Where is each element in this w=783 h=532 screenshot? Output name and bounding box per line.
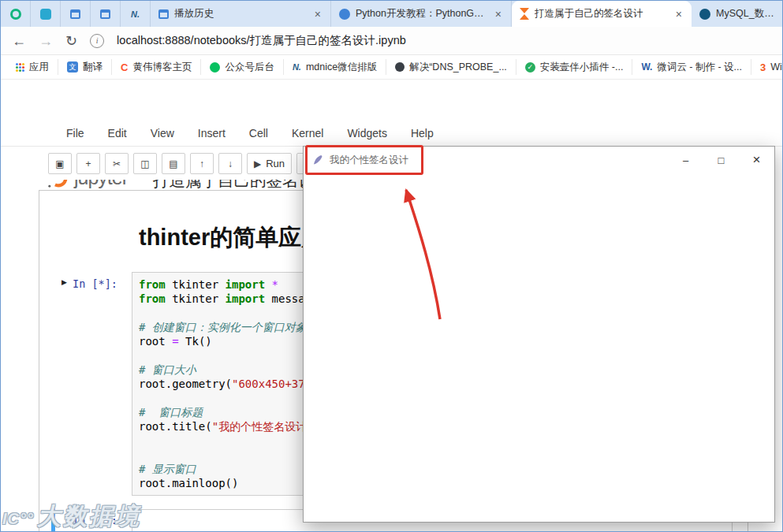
dns-icon xyxy=(395,62,405,72)
bookmark-win[interactable]: 3Win xyxy=(751,59,783,75)
tab-title: 打造属于自己的签名设计 xyxy=(535,7,669,20)
bookmark-label: 微词云 - 制作 - 设... xyxy=(657,61,742,74)
wechat-icon xyxy=(210,62,220,73)
bookmark-label: 翻译 xyxy=(83,61,103,74)
run-icon: ▶ xyxy=(254,159,261,169)
calendar-icon xyxy=(70,9,80,19)
browser-tabs: 播放历史×Python开发教程：PythonGUI编×打造属于自己的签名设计×M… xyxy=(151,1,782,27)
copy-icon: ◫ xyxy=(140,159,149,169)
mini-tab[interactable] xyxy=(1,1,31,27)
mysql-icon xyxy=(699,9,710,20)
refresh-button[interactable]: ↻ xyxy=(65,34,77,48)
tab-python-tutorial[interactable]: Python开发教程：PythonGUI编× xyxy=(331,1,512,27)
arrow-up-icon: ↑ xyxy=(199,159,204,169)
browser-window: N. 播放历史×Python开发教程：PythonGUI编×打造属于自己的签名设… xyxy=(0,0,783,532)
save-button[interactable]: ▣ xyxy=(48,153,72,174)
bookmark-label: Win xyxy=(770,61,783,73)
tkinter-window: 我的个性签名设计 – □ × xyxy=(303,146,775,523)
plus-icon: + xyxy=(85,159,91,169)
watermark-logo: IC°° xyxy=(2,510,34,528)
move-down-button[interactable]: ↓ xyxy=(218,153,242,174)
python-doc-icon xyxy=(339,9,350,20)
bookmark-dns-fix[interactable]: 解决“DNS_PROBE_... xyxy=(386,59,516,75)
tab-close-icon[interactable]: × xyxy=(494,9,503,20)
menu-kernel[interactable]: Kernel xyxy=(280,127,335,140)
csdn-c-icon: C xyxy=(121,61,128,73)
cut-icon: ✂ xyxy=(113,159,121,169)
menu-help[interactable]: Help xyxy=(399,127,446,140)
tab-strip: N. 播放历史×Python开发教程：PythonGUI编×打造属于自己的签名设… xyxy=(1,1,782,27)
tkinter-window-controls: – □ × xyxy=(668,147,774,173)
save-icon: ▣ xyxy=(55,159,64,169)
move-up-button[interactable]: ↑ xyxy=(190,153,214,174)
menu-insert[interactable]: Insert xyxy=(186,127,237,140)
markdown-heading[interactable]: thinter的简单应用 xyxy=(139,222,324,254)
green-swirl-icon xyxy=(10,9,21,20)
bookmark-label: mdnice微信排版 xyxy=(306,61,377,74)
run-button-label: Run xyxy=(266,158,285,169)
weiciyun-w-icon: W. xyxy=(641,61,652,73)
tkinter-window-body xyxy=(304,173,774,522)
forward-button[interactable]: → xyxy=(39,34,53,48)
jupyter-menubar: FileEditViewInsertCellKernelWidgetsHelp xyxy=(1,121,782,147)
bookmarks-bar: 应用文翻译C黄伟博客主页公众号后台N.mdnice微信排版解决“DNS_PROB… xyxy=(1,55,782,80)
run-button[interactable]: ▶Run xyxy=(247,153,292,174)
close-button[interactable]: × xyxy=(739,147,774,173)
menu-file[interactable]: File xyxy=(54,127,96,140)
bookmark-translate[interactable]: 文翻译 xyxy=(58,59,112,75)
translate-icon: 文 xyxy=(67,61,78,73)
arrow-down-icon: ↓ xyxy=(228,159,233,169)
paste-icon: ▤ xyxy=(169,159,177,169)
bookmark-wechat-admin[interactable]: 公众号后台 xyxy=(201,59,284,75)
bookmark-label: 安装壹伴小插件 -... xyxy=(540,61,624,74)
menu-cell[interactable]: Cell xyxy=(237,127,280,140)
bookmark-weiciyun[interactable]: W.微词云 - 制作 - 设... xyxy=(632,59,751,75)
cell-collapse-icon[interactable]: ▶ xyxy=(62,278,67,286)
mini-tab[interactable] xyxy=(91,1,121,27)
annotation-highlight-rect xyxy=(305,145,423,175)
mini-tab[interactable] xyxy=(61,1,91,27)
menu-edit[interactable]: Edit xyxy=(96,127,139,140)
check-icon: ✓ xyxy=(525,62,535,73)
tab-mysql[interactable]: MySQL_数据库 xyxy=(692,1,782,27)
maximize-button[interactable]: □ xyxy=(703,147,739,173)
bookmark-yiban-plugin[interactable]: ✓安装壹伴小插件 -... xyxy=(516,59,633,75)
tab-title: MySQL_数据库 xyxy=(716,7,774,20)
tab-title: 播放历史 xyxy=(174,7,308,20)
pinned-tabs: N. xyxy=(1,1,151,27)
tab-signature-design[interactable]: 打造属于自己的签名设计× xyxy=(512,1,692,27)
tab-close-icon[interactable]: × xyxy=(674,9,684,20)
hourglass-icon xyxy=(520,8,529,20)
apps-grid-icon xyxy=(16,63,24,72)
menu-view[interactable]: View xyxy=(139,127,186,140)
bookmark-label: 公众号后台 xyxy=(225,61,274,74)
paste-button[interactable]: ▤ xyxy=(162,153,185,174)
mdnice-n-icon: N. xyxy=(131,9,140,19)
teal-app-icon xyxy=(40,9,51,20)
mdnice-n-icon: N. xyxy=(293,62,301,72)
tab-title: Python开发教程：PythonGUI编 xyxy=(356,7,488,20)
menu-widgets[interactable]: Widgets xyxy=(335,127,399,140)
url-text[interactable]: localhost:8888/notebooks/打造属于自己的签名设计.ipy… xyxy=(117,33,406,48)
watermark-text: 大数据境 xyxy=(37,500,141,532)
cut-button[interactable]: ✂ xyxy=(105,153,129,174)
bookmark-apps[interactable]: 应用 xyxy=(7,59,58,75)
back-button[interactable]: ← xyxy=(12,34,26,48)
bookmark-label: 黄伟博客主页 xyxy=(132,61,192,74)
minimize-button[interactable]: – xyxy=(668,147,703,173)
calendar-icon xyxy=(100,9,110,19)
tab-close-icon[interactable]: × xyxy=(313,9,323,20)
tab-play-history[interactable]: 播放历史× xyxy=(151,1,331,27)
cell-prompt: In [*]: xyxy=(73,277,117,290)
calendar-icon xyxy=(158,9,169,19)
mini-tab[interactable]: N. xyxy=(121,1,151,27)
insert-cell-button[interactable]: + xyxy=(76,153,100,174)
jupyter-header: jupyter 打造属于自己的签名设计 Last Checkpoint: 1 小… xyxy=(1,80,782,121)
bookmark-mdnice[interactable]: N.mdnice微信排版 xyxy=(284,59,386,75)
mini-tab[interactable] xyxy=(31,1,61,27)
page-info-icon[interactable]: i xyxy=(90,34,104,48)
bookmark-label: 应用 xyxy=(29,61,49,74)
copy-button[interactable]: ◫ xyxy=(133,153,157,174)
bookmark-blog-home[interactable]: C黄伟博客主页 xyxy=(112,59,201,75)
video-watermark: IC°° 大数据境 xyxy=(2,500,141,532)
